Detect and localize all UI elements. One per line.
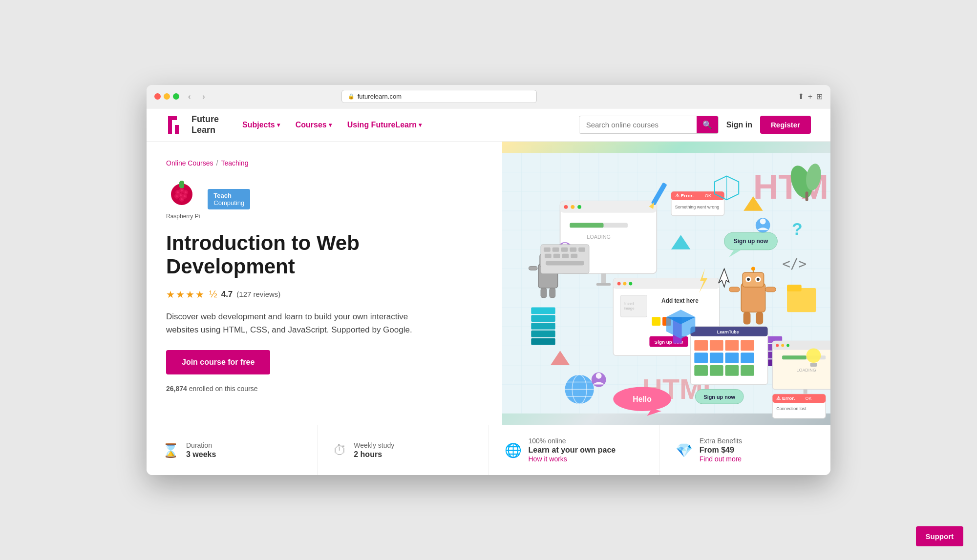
close-window-button[interactable] — [154, 93, 161, 100]
svg-rect-162 — [787, 288, 816, 312]
svg-rect-69 — [596, 283, 611, 286]
register-button[interactable]: Register — [760, 116, 811, 134]
svg-rect-82 — [741, 283, 765, 312]
breadcrumb-online-courses[interactable]: Online Courses — [166, 159, 213, 167]
svg-text:Sign up now: Sign up now — [703, 394, 735, 400]
new-tab-button[interactable]: + — [808, 92, 812, 101]
svg-point-102 — [623, 282, 627, 286]
svg-text:Hello: Hello — [633, 395, 652, 403]
duration-icon: ⌛ — [162, 442, 179, 458]
rating-value: 4.7 — [221, 290, 233, 299]
svg-rect-178 — [570, 248, 576, 252]
svg-rect-68 — [601, 273, 606, 283]
svg-rect-131 — [741, 365, 754, 376]
svg-rect-135 — [772, 341, 830, 350]
svg-text:Connection lost: Connection lost — [776, 406, 807, 411]
svg-point-20 — [181, 198, 183, 200]
svg-rect-54 — [531, 331, 555, 337]
back-button[interactable]: ‹ — [185, 91, 193, 102]
nav-using-futurelearn[interactable]: Using FutureLearn ▾ — [340, 108, 429, 142]
futurelearn-logo-icon — [166, 114, 188, 136]
forward-button[interactable]: › — [199, 91, 208, 102]
search-box: 🔍 — [579, 116, 719, 134]
minimize-window-button[interactable] — [164, 93, 170, 100]
svg-rect-53 — [531, 323, 555, 330]
svg-rect-78 — [529, 266, 537, 270]
diamond-icon: 💎 — [676, 442, 693, 458]
svg-rect-184 — [546, 261, 584, 266]
svg-rect-80 — [541, 288, 547, 298]
search-icon: 🔍 — [702, 121, 712, 129]
hero-image: HTML — [502, 142, 830, 425]
svg-text:OK: OK — [806, 396, 812, 401]
svg-rect-126 — [725, 353, 739, 363]
svg-point-15 — [181, 189, 183, 191]
svg-rect-93 — [756, 312, 763, 324]
find-out-more-link[interactable]: Find out more — [700, 455, 742, 463]
svg-point-89 — [751, 267, 755, 270]
svg-point-64 — [577, 205, 581, 209]
url-text: futurelearn.com — [358, 93, 402, 100]
rating-count: (127 reviews) — [236, 290, 280, 298]
svg-rect-51 — [531, 307, 555, 314]
svg-rect-125 — [710, 353, 723, 363]
tab-overview-button[interactable]: ⊞ — [816, 92, 823, 101]
svg-rect-180 — [545, 254, 552, 258]
svg-rect-91 — [765, 287, 776, 292]
browser-actions: ⬆ + ⊞ — [798, 92, 823, 101]
share-button[interactable]: ⬆ — [798, 92, 804, 101]
svg-text:Something went wrong: Something went wrong — [675, 205, 719, 209]
logo-text: Future Learn — [191, 114, 219, 135]
how-it-works-link[interactable]: How it works — [529, 455, 567, 463]
course-info-panel: Online Courses / Teaching — [147, 142, 502, 425]
svg-rect-127 — [741, 353, 754, 363]
svg-text:Add text here: Add text here — [661, 297, 699, 304]
svg-rect-120 — [694, 340, 708, 351]
duration-label: Duration — [186, 441, 216, 449]
svg-rect-140 — [782, 355, 806, 359]
signin-button[interactable]: Sign in — [726, 121, 752, 129]
support-button[interactable]: Support — [916, 526, 964, 546]
nav-subjects[interactable]: Subjects ▾ — [234, 108, 288, 142]
svg-rect-182 — [562, 254, 569, 258]
svg-text:LOADING: LOADING — [587, 234, 611, 240]
search-input[interactable] — [579, 117, 697, 133]
address-bar[interactable]: 🔒 futurelearn.com — [341, 90, 537, 103]
svg-rect-163 — [787, 285, 802, 291]
teach-computing-logo[interactable]: Teach Computing — [208, 189, 250, 209]
nav-links: Subjects ▾ Courses ▾ Using FutureLearn ▾ — [234, 108, 429, 142]
svg-rect-129 — [710, 365, 723, 376]
stat-online: 🌐 100% online Learn at your own pace How… — [489, 425, 660, 475]
svg-text:⚠ Error.: ⚠ Error. — [675, 193, 694, 198]
maximize-window-button[interactable] — [173, 93, 179, 100]
enrolled-count: 26,874 — [166, 385, 187, 393]
svg-text:Insert: Insert — [624, 301, 635, 306]
weekly-study-label: Weekly study — [354, 441, 394, 449]
svg-point-152 — [760, 219, 766, 225]
globe-icon: 🌐 — [505, 442, 522, 458]
svg-point-101 — [617, 282, 621, 286]
nav-courses[interactable]: Courses ▾ — [288, 108, 340, 142]
search-button[interactable]: 🔍 — [697, 116, 718, 133]
svg-rect-61 — [560, 201, 657, 213]
half-star-icon: ½ — [209, 289, 217, 300]
partner-logos: Raspberry Pi Teach Computing — [166, 179, 483, 220]
course-title: Introduction to Web Development — [166, 231, 483, 279]
svg-rect-177 — [561, 248, 568, 252]
enrolled-text: 26,874 enrolled on this course — [166, 385, 258, 393]
rating-row: ★★★★½ 4.7 (127 reviews) — [166, 289, 483, 300]
svg-point-87 — [757, 278, 760, 281]
svg-point-103 — [629, 282, 632, 286]
svg-point-14 — [177, 191, 179, 193]
logo[interactable]: Future Learn — [166, 114, 219, 136]
star-rating-icon: ★★★★ — [166, 289, 205, 300]
svg-point-18 — [180, 194, 182, 196]
svg-point-138 — [786, 344, 789, 347]
svg-rect-2 — [168, 116, 172, 129]
svg-rect-110 — [652, 317, 660, 326]
traffic-lights — [154, 93, 179, 100]
join-course-button[interactable]: Join course for free — [166, 350, 270, 374]
svg-rect-81 — [550, 288, 555, 298]
svg-rect-181 — [553, 254, 560, 258]
raspberry-pi-logo[interactable]: Raspberry Pi — [166, 179, 200, 220]
